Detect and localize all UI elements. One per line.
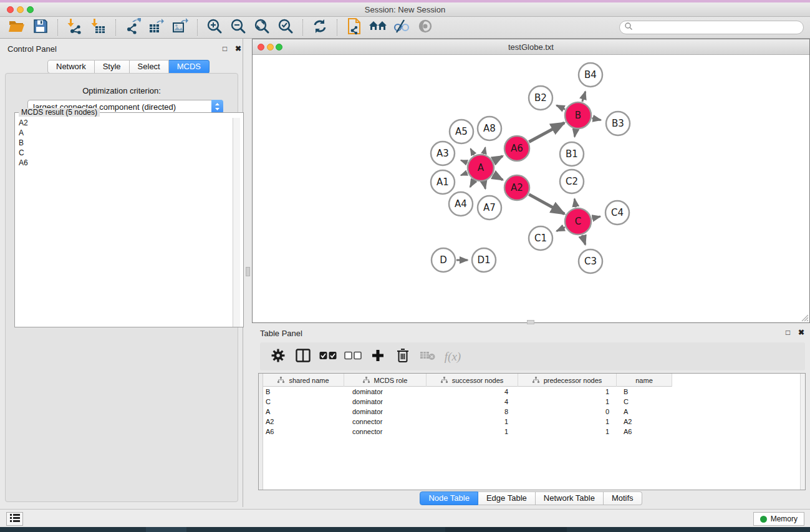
graph-edge-B-B3[interactable] (592, 118, 601, 120)
minimize-network-window-button[interactable] (267, 44, 274, 51)
graph-node-A[interactable]: A (468, 155, 494, 181)
graph-node-A8[interactable]: A8 (478, 117, 501, 140)
graph-edge-B-B1[interactable] (574, 130, 576, 137)
export-network-button[interactable] (121, 18, 145, 37)
result-item-b[interactable]: B (16, 138, 235, 148)
column-header-predecessor-nodes[interactable]: predecessor nodes (518, 374, 617, 387)
tab-node-table[interactable]: Node Table (420, 491, 478, 505)
select-all-button[interactable] (317, 346, 339, 367)
table-cell[interactable]: dominator (344, 397, 427, 407)
graph-node-C[interactable]: C (565, 208, 591, 235)
export-image-button[interactable] (168, 18, 192, 37)
tab-network-table[interactable]: Network Table (536, 491, 604, 505)
function-builder-button[interactable]: f(x) (442, 346, 463, 367)
result-item-c[interactable]: C (16, 148, 235, 158)
tab-select[interactable]: Select (130, 60, 169, 74)
table-row[interactable]: A2connector11A2 (263, 417, 672, 427)
column-header-name[interactable]: name (617, 374, 672, 387)
table-cell[interactable]: 1 (518, 397, 617, 407)
import-table-button[interactable] (87, 18, 110, 37)
column-header-mcds-role[interactable]: MCDS role (344, 374, 427, 387)
graph-edge-C-C2[interactable] (574, 199, 576, 208)
zoom-selected-button[interactable] (274, 18, 297, 37)
table-options-button[interactable] (268, 346, 289, 367)
tab-mcds[interactable]: MCDS (169, 60, 210, 74)
graph-node-B[interactable]: B (565, 102, 591, 128)
minimize-window-button[interactable] (17, 6, 24, 13)
graph-edge-C-C1[interactable] (557, 227, 565, 231)
zoom-in-button[interactable] (203, 18, 226, 37)
network-graph[interactable]: B4B2BB3A8A5A6A3B1AC2A1A2A4A7C4CC1DD1C3 (253, 55, 809, 322)
graph-node-C3[interactable]: C3 (579, 249, 602, 273)
zoom-fit-button[interactable] (250, 18, 274, 37)
share-session-button[interactable] (342, 18, 366, 37)
tab-motifs[interactable]: Motifs (604, 491, 642, 505)
table-cell[interactable]: 1 (518, 427, 617, 437)
table-cell[interactable]: A2 (263, 417, 344, 427)
zoom-network-window-button[interactable] (276, 44, 282, 51)
add-column-button[interactable] (367, 346, 388, 367)
horizontal-splitter-handle[interactable] (527, 320, 534, 324)
graph-edge-A-A2[interactable] (493, 175, 503, 180)
graph-edge-A-A8[interactable] (484, 147, 485, 153)
table-cell[interactable]: connector (344, 427, 427, 437)
table-cell[interactable]: B (263, 387, 344, 397)
close-window-button[interactable] (7, 6, 14, 13)
table-row[interactable]: A6connector11A6 (263, 427, 672, 437)
graph-edge-A-A4[interactable] (470, 180, 474, 187)
graph-node-A7[interactable]: A7 (478, 196, 501, 220)
table-cell[interactable]: 1 (518, 417, 617, 427)
table-cell[interactable]: 1 (518, 387, 617, 397)
graph-edge-A-A7[interactable] (484, 181, 485, 188)
table-cell[interactable]: A (263, 407, 344, 417)
table-cell[interactable]: A2 (617, 417, 672, 427)
table-cell[interactable]: connector (344, 417, 427, 427)
result-item-a6[interactable]: A6 (16, 158, 235, 168)
toolbar-search-field[interactable] (619, 21, 804, 34)
result-item-a2[interactable]: A2 (16, 118, 235, 128)
deselect-all-button[interactable] (342, 346, 364, 367)
close-network-window-button[interactable] (258, 44, 264, 51)
table-cell[interactable]: A6 (263, 427, 344, 437)
zoom-window-button[interactable] (27, 6, 34, 13)
tab-style[interactable]: Style (95, 60, 130, 74)
graph-node-A6[interactable]: A6 (504, 136, 529, 161)
table-cell[interactable]: C (263, 397, 344, 407)
table-row[interactable]: Bdominator41B (263, 387, 672, 397)
table-cell[interactable]: 4 (427, 397, 518, 407)
graph-node-C1[interactable]: C1 (529, 226, 552, 250)
table-row[interactable]: Adominator80A (263, 407, 672, 417)
graph-edge-A-A5[interactable] (471, 148, 475, 155)
export-table-button[interactable] (145, 18, 168, 37)
table-cell[interactable]: 8 (427, 407, 518, 417)
graph-edge-A-A1[interactable] (461, 173, 467, 175)
show-column-button[interactable] (292, 346, 314, 367)
graph-node-A5[interactable]: A5 (450, 120, 473, 143)
refresh-layout-button[interactable] (308, 18, 332, 37)
table-cell[interactable]: A6 (617, 427, 672, 437)
table-cell[interactable]: 4 (427, 387, 518, 397)
graph-node-D[interactable]: D (432, 248, 455, 272)
graph-edge-B-B2[interactable] (556, 105, 565, 109)
graph-edge-C-C4[interactable] (592, 216, 600, 218)
search-input[interactable] (633, 23, 789, 32)
delete-column-button[interactable] (392, 346, 413, 367)
table-cell[interactable]: dominator (344, 407, 427, 417)
table-cell[interactable]: 0 (518, 407, 617, 417)
close-panel-icon[interactable]: ✖ (235, 45, 241, 52)
vertical-splitter-handle[interactable] (246, 267, 250, 276)
graph-edge-A2-C[interactable] (529, 195, 564, 214)
column-header-successor-nodes[interactable]: successor nodes (427, 374, 518, 387)
result-list-scrollbar[interactable] (233, 118, 240, 327)
graph-edge-C-C3[interactable] (582, 235, 586, 244)
graph-node-C4[interactable]: C4 (605, 201, 629, 225)
tab-edge-table[interactable]: Edge Table (478, 491, 536, 505)
hide-graphics-details-button[interactable] (390, 18, 413, 37)
zoom-out-button[interactable] (226, 18, 250, 37)
graph-node-D1[interactable]: D1 (472, 248, 496, 272)
float-table-panel-icon[interactable]: □ (786, 329, 790, 336)
table-cell[interactable]: B (617, 387, 672, 397)
graph-node-C2[interactable]: C2 (560, 170, 584, 193)
graph-edge-A-A6[interactable] (493, 156, 503, 161)
graph-edge-A6-B[interactable] (529, 123, 564, 142)
